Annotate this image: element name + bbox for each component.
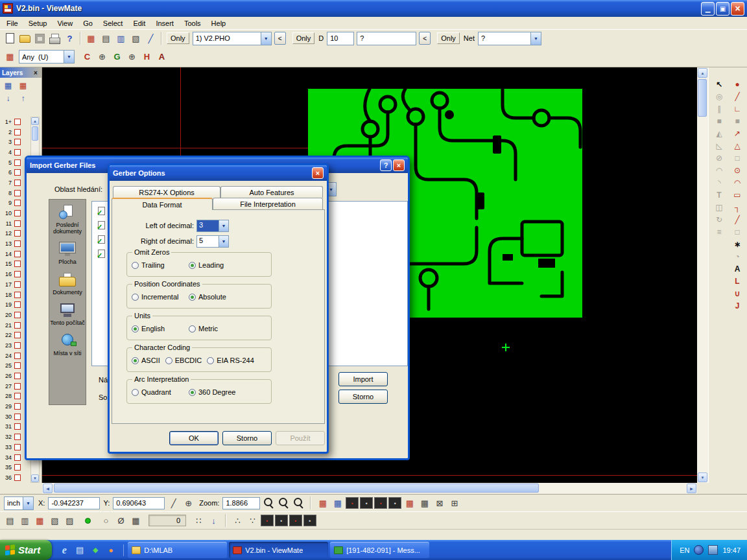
ok-button[interactable]: OK <box>169 431 219 445</box>
zoom-layer-icon[interactable] <box>276 496 291 510</box>
tab-auto-features[interactable]: Auto Features <box>220 186 323 198</box>
layer-row[interactable]: 36 <box>0 472 30 483</box>
layer-color-swatch[interactable] <box>14 271 21 277</box>
mirror-icon[interactable]: ∥ <box>711 102 727 115</box>
layer-color-swatch[interactable] <box>14 240 21 247</box>
layer-row[interactable]: 3 <box>0 137 30 147</box>
arc-point-icon[interactable]: ◔ <box>729 250 745 262</box>
dots-tri-icon[interactable]: ∴ <box>230 513 245 528</box>
layer-color-swatch[interactable] <box>14 180 21 186</box>
layer-color-swatch[interactable] <box>14 393 21 399</box>
layer-color-swatch[interactable] <box>14 434 21 440</box>
layer-dark-1-icon[interactable]: ▪ <box>346 497 359 509</box>
measure-icon[interactable]: ╱ <box>143 31 158 45</box>
menu-item[interactable]: View <box>52 18 78 29</box>
scrollbar-thumb[interactable] <box>698 79 707 117</box>
radio-trailing[interactable]: Trailing <box>132 261 189 269</box>
import-button[interactable]: Import <box>338 372 388 386</box>
menu-item[interactable]: Help <box>206 18 231 29</box>
dcode-table-icon[interactable]: ▦ <box>84 31 99 45</box>
layer-combo[interactable]: 1) V2.PHO ▼ <box>193 32 272 45</box>
layer-color-swatch[interactable] <box>14 414 21 420</box>
layer-color-swatch[interactable] <box>14 220 21 227</box>
scroll-down-icon[interactable]: ▼ <box>698 472 707 482</box>
a-tool-icon[interactable]: A <box>154 50 169 64</box>
pad-dark-2-icon[interactable]: ▪ <box>275 515 288 526</box>
layer-color-swatch[interactable] <box>14 230 21 237</box>
gerber-file-check-4[interactable]: ✓ <box>98 250 105 258</box>
arc-edit-icon[interactable]: ◠ <box>711 164 727 176</box>
layer-row[interactable]: 4 <box>0 147 30 158</box>
origin-tool-icon[interactable]: ⊕ <box>124 50 139 64</box>
place-network[interactable]: Místa v síti <box>49 333 86 356</box>
circle-select-icon[interactable]: ○ <box>99 513 113 528</box>
close-icon[interactable]: × <box>32 69 40 76</box>
radio-icon[interactable] <box>189 325 196 332</box>
layer-color-swatch[interactable] <box>14 423 21 430</box>
gerber-file-check-2[interactable]: ✓ <box>98 221 105 229</box>
layer-row[interactable]: 35 <box>0 462 30 472</box>
film-e-icon[interactable]: ▨ <box>62 513 77 528</box>
g-tool-icon[interactable]: G <box>110 50 124 64</box>
tab-data-format[interactable]: Data Format <box>112 198 213 210</box>
layer-color-swatch[interactable] <box>14 464 21 471</box>
layer-row[interactable]: 1+ <box>0 117 30 127</box>
minimize-button[interactable]: ▁ <box>701 2 715 16</box>
move-layer-up-icon[interactable]: ↑ <box>16 92 30 105</box>
film-b-icon[interactable]: ▥ <box>18 513 32 528</box>
draw-trace-icon[interactable]: ╱ <box>729 213 745 226</box>
rotate-shape-icon[interactable]: ◭ <box>711 127 727 139</box>
draw-arrow-icon[interactable]: ↗ <box>729 127 745 139</box>
add-grid-icon[interactable]: ⊞ <box>447 496 462 510</box>
scroll-right-icon[interactable]: ▶ <box>687 484 696 493</box>
radio-icon[interactable] <box>132 389 139 396</box>
snap-down-icon[interactable]: ↓ <box>206 513 221 528</box>
tab-file-interpretation[interactable]: File Interpretation <box>213 198 323 209</box>
scroll-up-icon[interactable]: ▲ <box>31 117 39 125</box>
grid-table-icon[interactable]: ▦ <box>128 513 143 528</box>
chevron-down-icon[interactable]: ▼ <box>219 220 228 231</box>
task-mlab[interactable]: D:\MLAB <box>128 542 227 558</box>
only-net-toggle[interactable]: Only <box>437 32 460 44</box>
dots-tri2-icon[interactable]: ∵ <box>245 513 260 528</box>
x-coordinate-field[interactable]: -0.942237 <box>48 497 100 509</box>
layer-color-swatch[interactable] <box>14 301 21 308</box>
radio-icon[interactable] <box>189 262 196 269</box>
draw-angle-icon[interactable]: ∟ <box>729 102 745 115</box>
place-documents[interactable]: Dokumenty <box>49 272 86 296</box>
layer-color-swatch[interactable] <box>14 200 21 206</box>
help-button[interactable]: ? <box>380 159 392 171</box>
draw-triangle-icon[interactable]: △ <box>729 139 745 152</box>
dcode-value-field[interactable]: 10 <box>327 32 354 45</box>
open-file-icon[interactable] <box>18 31 32 45</box>
print-icon[interactable] <box>47 31 62 45</box>
dcode-grid-icon[interactable]: ▦ <box>315 496 330 510</box>
task-viewmate[interactable]: V2.bin - ViewMate <box>229 542 328 558</box>
layer-colors-icon[interactable]: ▦ <box>16 79 30 92</box>
place-desktop[interactable]: Plocha <box>49 242 86 265</box>
layer-row[interactable]: 2 <box>0 127 30 137</box>
menu-item[interactable]: Select <box>98 18 128 29</box>
menu-item[interactable]: Insert <box>150 18 179 29</box>
layer-color-swatch[interactable] <box>14 444 21 450</box>
layer-color-swatch[interactable] <box>14 119 21 125</box>
fill-icon[interactable]: ■ <box>711 115 727 127</box>
close-button[interactable]: × <box>731 2 744 16</box>
cup-shape-icon[interactable]: ∪ <box>729 287 745 299</box>
messenger-icon[interactable]: ◆ <box>89 544 101 556</box>
layer-color-swatch[interactable] <box>14 261 21 267</box>
chevron-down-icon[interactable]: ▼ <box>64 51 74 63</box>
radio-english[interactable]: English <box>132 325 189 332</box>
pad-dark-3-icon[interactable]: ▪ <box>289 515 302 526</box>
chevron-down-icon[interactable]: ▼ <box>530 32 541 45</box>
film-grid-icon[interactable]: ▦ <box>402 496 417 510</box>
pad-dark-1-icon[interactable]: ▪ <box>261 515 274 526</box>
close-button[interactable]: × <box>393 159 405 171</box>
table-grid-icon[interactable]: ▦ <box>417 496 432 510</box>
film-c-icon[interactable]: ▦ <box>32 513 47 528</box>
aperture-list-icon[interactable]: ▤ <box>99 31 113 45</box>
radio-360-degree[interactable]: 360 Degree <box>189 388 246 396</box>
origin-select-icon[interactable]: ⊕ <box>181 496 196 510</box>
layer-color-swatch[interactable] <box>14 373 21 379</box>
prev-dcode-button[interactable]: < <box>419 32 431 45</box>
